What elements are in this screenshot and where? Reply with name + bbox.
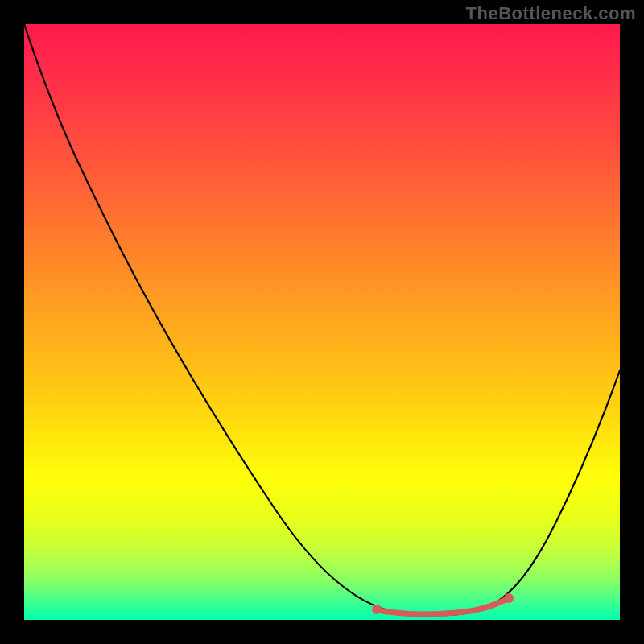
- bottleneck-curve: [24, 24, 620, 616]
- optimal-range-end-dot: [504, 593, 514, 603]
- watermark-text: TheBottleneck.com: [466, 3, 636, 24]
- plot-area: [24, 24, 620, 620]
- curve-svg: [24, 24, 620, 620]
- optimal-range-start-dot: [372, 605, 382, 614]
- optimal-range-highlight: [378, 599, 507, 614]
- chart-frame: TheBottleneck.com: [0, 0, 644, 644]
